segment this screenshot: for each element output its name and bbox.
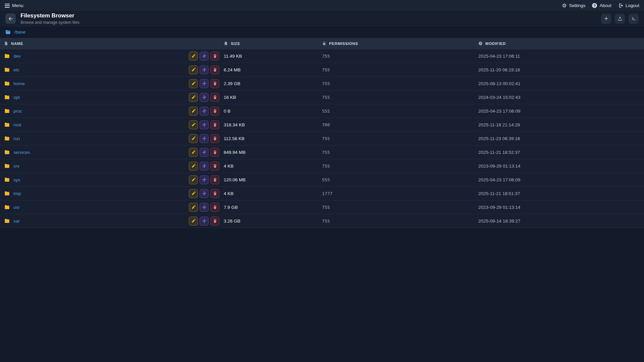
- trash-icon: [213, 191, 217, 196]
- edit-button[interactable]: [189, 217, 198, 226]
- delete-button[interactable]: [210, 175, 219, 184]
- table-row: run: [0, 132, 644, 145]
- page-subtitle: Browse and manage system files: [20, 20, 79, 25]
- edit-button[interactable]: [189, 93, 198, 102]
- move-button[interactable]: [200, 79, 209, 88]
- delete-button[interactable]: [210, 120, 219, 129]
- move-button[interactable]: [200, 93, 209, 102]
- directory-link[interactable]: tmp: [13, 191, 21, 196]
- modified-value: 2024-03-24 15:02:43: [476, 95, 644, 100]
- folder-icon: [4, 108, 10, 114]
- directory-link[interactable]: var: [13, 219, 20, 224]
- menu-label: Menu: [12, 3, 23, 8]
- modified-value: 2025-11-20 06:19:18: [476, 67, 644, 72]
- upload-button[interactable]: [615, 14, 625, 24]
- table-row: etc: [0, 63, 644, 77]
- delete-button[interactable]: [210, 217, 219, 226]
- move-button[interactable]: [200, 134, 209, 143]
- logout-button[interactable]: Logout: [618, 3, 639, 8]
- edit-button[interactable]: [189, 175, 198, 184]
- delete-button[interactable]: [210, 203, 219, 212]
- delete-button[interactable]: [210, 162, 219, 171]
- edit-button[interactable]: [189, 203, 198, 212]
- terminal-button[interactable]: [629, 14, 639, 24]
- size-value: 112.56 KB: [221, 136, 320, 141]
- delete-button[interactable]: [210, 107, 219, 116]
- edit-button[interactable]: [189, 65, 198, 74]
- directory-link[interactable]: sys: [13, 177, 20, 182]
- move-button[interactable]: [200, 217, 209, 226]
- delete-button[interactable]: [210, 52, 219, 61]
- table-row: usr: [0, 200, 644, 214]
- plus-icon: [604, 16, 609, 21]
- size-value: 6.24 MB: [221, 67, 320, 72]
- directory-link[interactable]: etc: [13, 67, 19, 72]
- move-button[interactable]: [200, 189, 209, 198]
- folder-icon: [4, 149, 10, 155]
- menu-button[interactable]: Menu: [5, 3, 23, 8]
- logout-label: Logout: [626, 3, 639, 8]
- trash-icon: [213, 177, 217, 182]
- move-button[interactable]: [200, 120, 209, 129]
- move-button[interactable]: [200, 203, 209, 212]
- modified-value: 2025-04-23 17:06:09: [476, 177, 644, 182]
- permissions-value: 700: [320, 122, 476, 127]
- pencil-icon: [191, 67, 196, 72]
- move-button[interactable]: [200, 65, 209, 74]
- hamburger-icon: [5, 4, 10, 8]
- modified-value: 2025-11-18 21:14:28: [476, 122, 644, 127]
- col-size-label: SIZE: [231, 42, 240, 46]
- directory-link[interactable]: srv: [13, 164, 19, 169]
- edit-button[interactable]: [189, 107, 198, 116]
- page-title: Filesystem Browser: [20, 12, 79, 19]
- delete-button[interactable]: [210, 93, 219, 102]
- edit-button[interactable]: [189, 162, 198, 171]
- size-value: 4 KB: [221, 164, 320, 169]
- folder-icon: [4, 53, 10, 59]
- settings-button[interactable]: ⚙ Settings: [562, 3, 585, 8]
- move-icon: [202, 81, 207, 86]
- edit-button[interactable]: [189, 134, 198, 143]
- delete-button[interactable]: [210, 148, 219, 157]
- table-row: proc: [0, 104, 644, 118]
- table-row: dev: [0, 49, 644, 63]
- size-value: 2.39 GB: [221, 81, 320, 86]
- modified-value: 2023-09-29 01:13:14: [476, 164, 644, 169]
- size-value: 0 B: [221, 109, 320, 114]
- pencil-icon: [191, 122, 196, 127]
- edit-button[interactable]: [189, 52, 198, 61]
- edit-button[interactable]: [189, 189, 198, 198]
- folder-icon: [4, 94, 10, 100]
- col-modified-label: MODIFIED: [485, 42, 506, 46]
- delete-button[interactable]: [210, 189, 219, 198]
- directory-link[interactable]: opt: [13, 95, 20, 100]
- modified-value: 2025-04-23 17:06:09: [476, 109, 644, 114]
- move-icon: [202, 136, 207, 141]
- directory-link[interactable]: root: [13, 122, 21, 127]
- edit-button[interactable]: [189, 148, 198, 157]
- directory-link[interactable]: home: [13, 81, 25, 86]
- move-button[interactable]: [200, 52, 209, 61]
- delete-button[interactable]: [210, 65, 219, 74]
- move-button[interactable]: [200, 107, 209, 116]
- directory-link[interactable]: proc: [13, 109, 22, 114]
- directory-link[interactable]: dev: [13, 54, 21, 59]
- back-button[interactable]: [5, 13, 16, 24]
- modified-value: 2025-11-23 06:39:16: [476, 136, 644, 141]
- delete-button[interactable]: [210, 79, 219, 88]
- edit-button[interactable]: [189, 120, 198, 129]
- directory-link[interactable]: run: [13, 136, 20, 141]
- edit-button[interactable]: [189, 79, 198, 88]
- delete-button[interactable]: [210, 134, 219, 143]
- size-value: 318.34 KB: [221, 122, 320, 127]
- directory-link[interactable]: services: [13, 150, 30, 155]
- move-button[interactable]: [200, 175, 209, 184]
- move-button[interactable]: [200, 148, 209, 157]
- move-button[interactable]: [200, 162, 209, 171]
- directory-link[interactable]: usr: [13, 205, 20, 210]
- about-button[interactable]: ? About: [592, 3, 611, 8]
- new-item-button[interactable]: [601, 14, 611, 24]
- pencil-icon: [191, 205, 196, 209]
- permissions-value: 755: [320, 150, 476, 155]
- breadcrumb-path[interactable]: /base: [14, 29, 25, 35]
